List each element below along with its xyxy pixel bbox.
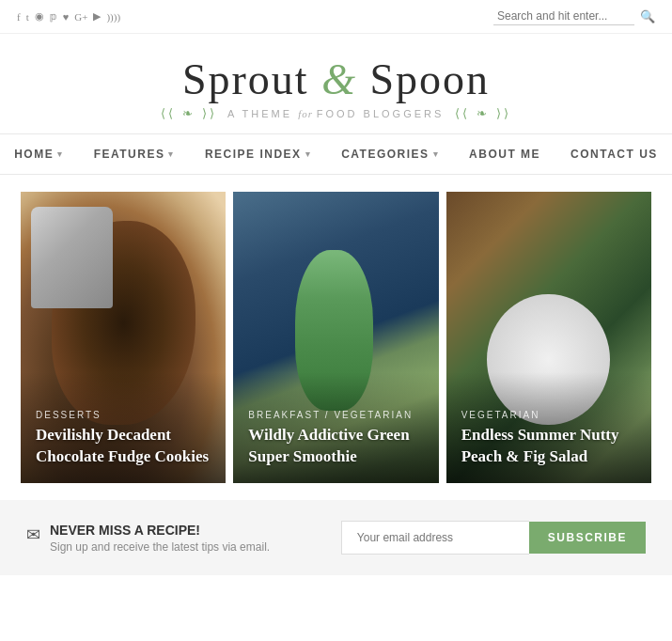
search-input[interactable] — [493, 8, 634, 25]
subscribe-text: NEVER MISS A RECIPE! Sign up and receive… — [50, 523, 270, 554]
heart-icon[interactable]: ♥ — [63, 11, 70, 23]
card-overlay-smoothie: BREAKFAST / VEGETARIAN Wildly Addictive … — [233, 372, 438, 483]
facebook-icon[interactable]: f — [17, 11, 21, 23]
logo-part1: Sprout — [182, 55, 309, 103]
logo-area: Sprout & Spoon ⟨⟨ ❧ ⟩⟩ A THEME for FOOD … — [0, 34, 672, 133]
card-title-cookies: Devilishly Decadent Chocolate Fudge Cook… — [36, 425, 211, 468]
nav-recipe-index[interactable]: RECIPE INDEX ▾ — [190, 148, 326, 161]
subtitle-for: for — [298, 108, 317, 119]
card-title-salad: Endless Summer Nutty Peach & Fig Salad — [461, 425, 636, 468]
subscribe-right: SUBSCRIBE — [341, 521, 646, 555]
search-area: 🔍 — [493, 8, 655, 25]
main-nav: HOME ▾ FEATURES ▾ RECIPE INDEX ▾ CATEGOR… — [0, 133, 672, 175]
card-overlay-salad: VEGETARIAN Endless Summer Nutty Peach & … — [446, 372, 651, 483]
card-smoothie[interactable]: BREAKFAST / VEGETARIAN Wildly Addictive … — [233, 192, 438, 483]
youtube-icon[interactable]: ▶ — [93, 10, 101, 23]
card-category-salad: VEGETARIAN — [461, 410, 636, 420]
card-overlay-cookies: DESSERTS Devilishly Decadent Chocolate F… — [21, 372, 226, 483]
email-input[interactable] — [341, 521, 529, 555]
logo-deco-left: ⟨⟨ ❧ ⟩⟩ — [161, 106, 216, 120]
nav-about-me[interactable]: ABOUT ME — [454, 148, 555, 161]
logo-title: Sprout & Spoon — [19, 55, 653, 104]
gplus-icon[interactable]: G+ — [74, 11, 87, 23]
logo-part2: Spoon — [369, 55, 490, 103]
nav-features[interactable]: FEATURES ▾ — [79, 148, 190, 161]
chevron-down-icon: ▾ — [305, 149, 312, 159]
subscribe-left: ✉ NEVER MISS A RECIPE! Sign up and recei… — [26, 523, 270, 554]
nav-home[interactable]: HOME ▾ — [0, 148, 79, 161]
nav-categories[interactable]: CATEGORIES ▾ — [326, 148, 454, 161]
subscribe-bar: ✉ NEVER MISS A RECIPE! Sign up and recei… — [0, 500, 672, 575]
twitter-icon[interactable]: t — [26, 11, 29, 23]
top-bar: f t ◉ 𝕡 ♥ G+ ▶ )))) 🔍 — [0, 0, 672, 34]
card-category-cookies: DESSERTS — [36, 410, 211, 420]
subtitle-post: FOOD BLOGGERS — [317, 108, 445, 119]
search-button[interactable]: 🔍 — [640, 9, 655, 23]
card-category-smoothie: BREAKFAST / VEGETARIAN — [248, 410, 423, 420]
nav-contact-us[interactable]: CONTACT US — [555, 148, 672, 161]
logo-deco-right: ⟨⟨ ❧ ⟩⟩ — [455, 106, 510, 120]
card-salad[interactable]: VEGETARIAN Endless Summer Nutty Peach & … — [446, 192, 651, 483]
logo-ampersand: & — [321, 55, 369, 103]
chevron-down-icon: ▾ — [433, 149, 440, 159]
rss-icon[interactable]: )))) — [106, 11, 120, 23]
card-cookies[interactable]: DESSERTS Devilishly Decadent Chocolate F… — [21, 192, 226, 483]
pinterest-icon[interactable]: 𝕡 — [50, 10, 57, 23]
envelope-icon: ✉ — [26, 524, 40, 545]
logo-subtitle: ⟨⟨ ❧ ⟩⟩ A THEME for FOOD BLOGGERS ⟨⟨ ❧ ⟩… — [19, 106, 653, 120]
subtitle-pre: A THEME — [227, 108, 292, 119]
chevron-down-icon: ▾ — [57, 149, 64, 159]
instagram-icon[interactable]: ◉ — [35, 10, 44, 23]
card-grid: DESSERTS Devilishly Decadent Chocolate F… — [17, 192, 655, 483]
social-icons: f t ◉ 𝕡 ♥ G+ ▶ )))) — [17, 10, 120, 23]
card-title-smoothie: Wildly Addictive Green Super Smoothie — [248, 425, 423, 468]
subscribe-title: NEVER MISS A RECIPE! — [50, 523, 270, 538]
subscribe-subtitle: Sign up and receive the latest tips via … — [50, 540, 270, 554]
subscribe-button[interactable]: SUBSCRIBE — [529, 522, 646, 554]
chevron-down-icon: ▾ — [168, 149, 175, 159]
